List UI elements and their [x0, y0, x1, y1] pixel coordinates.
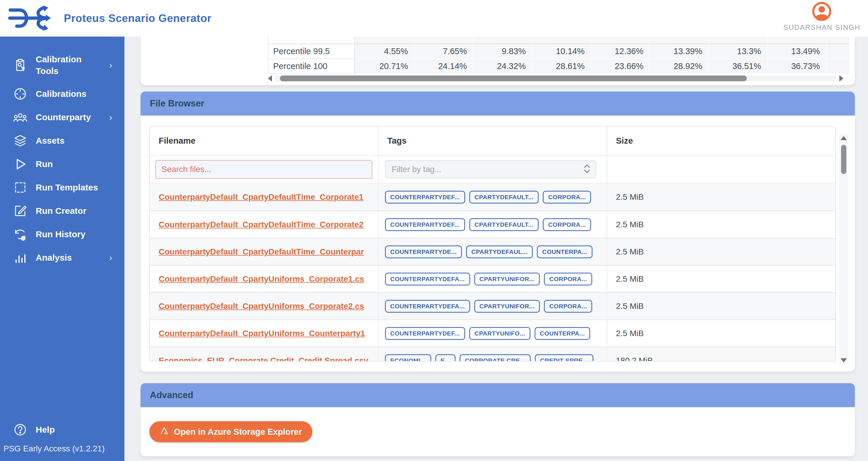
file-table-filter-row: Filter by tag...: [150, 156, 835, 184]
sidebar-item-label: Run Creator: [36, 205, 86, 217]
file-size: 2.5 MiB: [607, 266, 835, 292]
file-browser-card: Filename Tags Size Filter by tag...: [141, 116, 855, 371]
advanced-header: Advanced: [141, 383, 855, 407]
sidebar-item-calibrations[interactable]: Calibrations: [0, 82, 124, 106]
percentile-cell: 23.66%: [590, 59, 649, 74]
tag-pill: CORPORA...: [543, 218, 591, 231]
file-row: CounterpartyDefault_CpartyUniforms_Corpo…: [150, 265, 835, 292]
analysis-icon: [13, 251, 28, 265]
file-size: 180.2 MiB: [607, 347, 835, 362]
column-header-filename: Filename: [150, 126, 378, 155]
tag-pill: COUNTERPARTYDEF...: [385, 327, 465, 340]
sidebar-item-label: Calibrations: [36, 88, 86, 100]
top-header: Proteus Scenario Generator SUDARSHAN SIN…: [0, 0, 868, 37]
horizontal-scrollbar-track[interactable]: [274, 75, 837, 81]
scroll-up-arrow[interactable]: [840, 136, 847, 140]
file-row: CounterpartyDefault_CpartyUniforms_Count…: [150, 320, 835, 347]
statistics-card: Percentile 99.54.55%7.65%9.83%10.14%12.3…: [141, 37, 855, 85]
user-name: SUDARSHAN SINGH: [783, 23, 860, 32]
select-updown-icon: [583, 163, 591, 176]
file-size: 2.5 MiB: [607, 320, 835, 347]
run-creator-icon: [13, 204, 28, 218]
avatar[interactable]: [812, 2, 831, 22]
tag-pill: CORPORATE CRE...: [460, 354, 531, 362]
file-size: 2.5 MiB: [607, 293, 835, 320]
tag-pill: CPARTYDEFAULT...: [469, 218, 539, 231]
open-azure-storage-explorer-button[interactable]: Open in Azure Storage Explorer: [149, 421, 312, 442]
file-link[interactable]: CounterpartyDefault_CpartyUniforms_Count…: [159, 329, 365, 338]
sidebar-item-run-history[interactable]: Run History: [0, 223, 124, 246]
sidebar-item-counterparty[interactable]: Counterparty ›: [0, 106, 124, 129]
tag-pill: CORPORA...: [543, 191, 591, 204]
sidebar-item-label: Analysis: [36, 252, 72, 264]
percentile-table: Percentile 99.54.55%7.65%9.83%10.14%12.3…: [268, 37, 849, 74]
file-row: CounterpartyDefault_CpartyDefaultTime_Co…: [150, 238, 835, 265]
tag-pill: COUNTERPARTYDE...: [385, 245, 462, 258]
chevron-right-icon[interactable]: ›: [109, 112, 112, 122]
file-row: CounterpartyDefault_CpartyUniforms_Corpo…: [150, 292, 835, 320]
tag-pill: CORPORA...: [544, 300, 592, 313]
percentile-cell: 10.14%: [532, 44, 590, 59]
percentile-cell: 24.14%: [414, 59, 473, 74]
file-row: Economics_EUR_Corporate Credit_Credit Sp…: [150, 347, 835, 362]
sidebar-item-assets[interactable]: Assets: [0, 129, 124, 153]
file-link[interactable]: Economics_EUR_Corporate Credit_Credit Sp…: [159, 356, 368, 362]
tag-pill: ECONOMI...: [385, 354, 431, 362]
sidebar-item-label: Calibration Tools: [36, 54, 103, 77]
sidebar-item-run-creator[interactable]: Run Creator: [0, 199, 124, 223]
search-input[interactable]: [155, 160, 372, 179]
percentile-cell: 9.83%: [473, 44, 532, 59]
percentile-cell: 13.39%: [649, 44, 708, 59]
percentile-cell: 12.36%: [590, 44, 649, 59]
proteus-logo-icon: [8, 2, 58, 35]
file-link[interactable]: CounterpartyDefault_CpartyUniforms_Corpo…: [159, 274, 364, 284]
chevron-right-icon[interactable]: ›: [109, 253, 112, 263]
tag-pill: CORPORA...: [544, 273, 592, 286]
percentile-row-label: Percentile 100: [269, 59, 355, 74]
run-icon: [13, 157, 28, 171]
calibrations-icon: [13, 87, 28, 101]
column-header-size: Size: [607, 126, 835, 155]
percentile-cell: 7.65%: [414, 44, 473, 59]
sidebar-item-calibration-tools[interactable]: Calibration Tools ›: [0, 48, 124, 82]
file-link[interactable]: CounterpartyDefault_CpartyUniforms_Corpo…: [159, 302, 364, 311]
scroll-down-arrow[interactable]: [840, 358, 847, 362]
tag-pill: E...: [435, 354, 456, 362]
percentile-cell: 28.92%: [649, 59, 708, 74]
app-logo[interactable]: [8, 2, 60, 35]
sidebar-item-label: Run Templates: [36, 182, 98, 194]
tag-filter-select[interactable]: Filter by tag...: [385, 160, 596, 178]
azure-icon: [160, 426, 168, 437]
sidebar-item-label: Assets: [36, 135, 64, 147]
file-link[interactable]: CounterpartyDefault_CpartyDefaultTime_Co…: [159, 247, 364, 257]
sidebar-item-label: Run: [36, 158, 53, 170]
assets-icon: [13, 133, 28, 148]
file-row: CounterpartyDefault_CpartyDefaultTime_Co…: [150, 210, 835, 238]
chevron-right-icon[interactable]: ›: [109, 60, 112, 70]
percentile-cell: 28.61%: [532, 59, 590, 74]
sidebar-item-analysis[interactable]: Analysis ›: [0, 246, 124, 269]
file-link[interactable]: CounterpartyDefault_CpartyDefaultTime_Co…: [159, 220, 364, 229]
tag-pill: CPARTYUNIFOR...: [474, 300, 540, 313]
app-title: Proteus Scenario Generator: [64, 0, 211, 37]
sidebar-item-run[interactable]: Run: [0, 153, 124, 176]
file-link[interactable]: CounterpartyDefault_CpartyDefaultTime_Co…: [159, 193, 364, 202]
advanced-card: Open in Azure Storage Explorer: [141, 407, 855, 456]
sidebar-item-help[interactable]: Help: [0, 420, 124, 440]
percentile-row-label: Percentile 99.5: [269, 44, 355, 59]
file-size: 2.5 MiB: [607, 211, 835, 238]
percentile-row: Percentile 99.54.55%7.65%9.83%10.14%12.3…: [269, 44, 849, 59]
user-menu[interactable]: SUDARSHAN SINGH: [783, 2, 860, 32]
vertical-scrollbar-thumb[interactable]: [841, 145, 846, 174]
percentile-cell: 20.71%: [355, 59, 414, 74]
tag-pill: CPARTYUNIFO...: [469, 327, 530, 340]
column-header-tags: Tags: [378, 126, 607, 155]
file-browser-header: File Browser: [141, 92, 855, 116]
sidebar-item-run-templates[interactable]: Run Templates: [0, 176, 124, 199]
percentile-cell: 4.55%: [355, 44, 414, 59]
scroll-left-arrow[interactable]: [268, 75, 272, 81]
scroll-right-arrow[interactable]: [839, 75, 843, 81]
tag-pill: CPARTYDEFAUL...: [466, 245, 533, 258]
percentile-cell: 36.51%: [708, 59, 767, 74]
horizontal-scrollbar-thumb[interactable]: [280, 75, 747, 81]
